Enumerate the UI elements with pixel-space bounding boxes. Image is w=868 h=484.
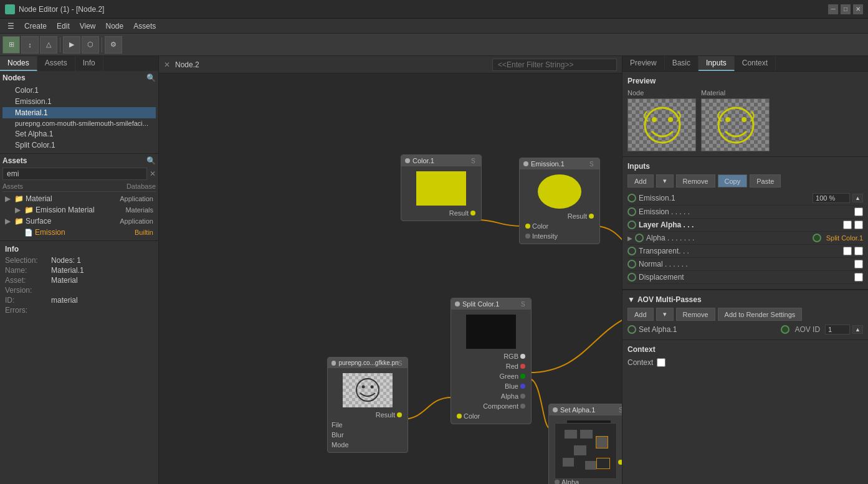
port-result-dot[interactable] xyxy=(470,211,475,216)
node-item-splitcolor1[interactable]: Split Color.1 xyxy=(2,140,156,151)
menu-edit[interactable]: Edit xyxy=(52,21,75,32)
splitcolor1-preview xyxy=(466,315,516,349)
minimap-node-2 xyxy=(580,430,593,439)
canvas-area[interactable]: ✕ Node.2 xyxy=(159,56,622,484)
aov-title: AOV Multi-Passes xyxy=(637,295,702,304)
emission-dots-checkbox[interactable] xyxy=(854,207,863,216)
node-item-setalpha1[interactable]: Set Alpha.1 xyxy=(2,128,156,140)
expand-icon-em: ▶ xyxy=(15,206,22,214)
img-result-dot[interactable] xyxy=(397,412,402,417)
sc-alpha-dot[interactable] xyxy=(520,394,525,399)
maximize-button[interactable]: □ xyxy=(841,4,851,14)
node-setalpha1-close[interactable]: S xyxy=(619,407,622,413)
node-splitcolor1-body: RGB Red Green Blue xyxy=(451,310,531,424)
node-color1[interactable]: Color.1 S Result xyxy=(401,154,482,221)
tab-preview[interactable]: Preview xyxy=(622,56,665,71)
node-item-color1[interactable]: Color.1 xyxy=(2,85,156,96)
emission-node-up[interactable]: ▲ xyxy=(852,194,863,202)
node-item-emission1[interactable]: Emission.1 xyxy=(2,96,156,107)
node-image-close[interactable]: S xyxy=(398,360,404,366)
aov-add-dropdown[interactable]: ▾ xyxy=(656,308,674,321)
port-result-label: Result xyxy=(449,209,469,217)
tab-assets[interactable]: Assets xyxy=(37,56,75,71)
inputs-add-btn[interactable]: Add xyxy=(627,174,654,187)
port-emission1-result-dot[interactable] xyxy=(589,214,594,219)
minimize-button[interactable]: ─ xyxy=(828,4,838,14)
displacement-checkbox[interactable] xyxy=(854,273,863,282)
aov-add-btn[interactable]: Add xyxy=(627,308,654,321)
asset-search-clear[interactable]: ✕ xyxy=(150,169,156,178)
node-emission1-close[interactable]: S xyxy=(589,161,596,167)
sa-alpha-dot[interactable] xyxy=(555,480,560,484)
assets-search-icon[interactable]: 🔍 xyxy=(146,156,156,165)
tool-select[interactable]: ⊞ xyxy=(2,36,20,54)
inputs-title: Inputs xyxy=(627,162,863,171)
tool-pan[interactable]: ↕ xyxy=(21,36,39,54)
port-emission1-color-dot[interactable] xyxy=(525,224,530,229)
menu-create[interactable]: Create xyxy=(19,21,52,32)
img-blur-label: Blur xyxy=(331,431,344,439)
asset-search-input[interactable] xyxy=(2,168,147,180)
node-splitcolor1-close[interactable]: S xyxy=(521,301,527,307)
asset-surface[interactable]: ▶ 📁 Surface Application xyxy=(2,216,156,227)
minimap[interactable] xyxy=(555,423,617,479)
input-row-transparent: Transparent. . . xyxy=(627,245,863,258)
asset-emission[interactable]: 📄 Emission Builtin xyxy=(2,227,156,238)
img-mode: Mode xyxy=(328,440,408,450)
transparent-checkbox2[interactable] xyxy=(854,247,863,255)
aov-row: Set Alpha.1 AOV ID ▲ xyxy=(627,325,863,335)
node-item-material1[interactable]: Material.1 xyxy=(2,107,156,118)
info-value-id: material xyxy=(51,296,78,305)
inputs-copy-btn[interactable]: Copy xyxy=(718,174,748,187)
node-image[interactable]: purepng.co...gfkke.png S Result xyxy=(327,357,408,453)
asset-tag-emission: Builtin xyxy=(135,229,153,236)
canvas-close-x[interactable]: ✕ xyxy=(164,60,170,69)
tab-context[interactable]: Context xyxy=(735,56,776,71)
aov-id-up[interactable]: ▲ xyxy=(852,325,863,334)
layer-alpha-checkbox2[interactable] xyxy=(854,221,863,229)
tab-nodes[interactable]: Nodes xyxy=(0,56,37,71)
tool-render[interactable]: ▶ xyxy=(63,36,80,54)
tab-basic[interactable]: Basic xyxy=(665,56,699,71)
inputs-paste-btn[interactable]: Paste xyxy=(750,174,781,187)
aov-remove-btn[interactable]: Remove xyxy=(676,308,715,321)
layer-alpha-checkbox1[interactable] xyxy=(843,221,852,229)
sc-color-in-dot[interactable] xyxy=(457,414,462,419)
node-item-image[interactable]: purepng.com-mouth-smilemouth-smilefaci..… xyxy=(2,118,156,128)
menu-view[interactable]: View xyxy=(75,21,101,32)
aov-id-value[interactable] xyxy=(825,325,850,335)
node-splitcolor1[interactable]: Split Color.1 S RGB Red Green xyxy=(451,298,532,424)
aov-render-settings-btn[interactable]: Add to Render Settings xyxy=(718,308,803,321)
menu-node[interactable]: Node xyxy=(101,21,129,32)
search-icon[interactable]: 🔍 xyxy=(146,74,156,82)
material-preview-label: Material xyxy=(701,89,770,97)
tab-inputs[interactable]: Inputs xyxy=(699,56,735,71)
normal-checkbox[interactable] xyxy=(854,260,863,268)
tab-info[interactable]: Info xyxy=(75,56,103,71)
sc-rgb-dot[interactable] xyxy=(520,354,525,359)
inputs-add-dropdown[interactable]: ▾ xyxy=(656,174,674,187)
port-emission1-color-label: Color xyxy=(532,222,548,230)
sc-blue-dot[interactable] xyxy=(520,384,525,389)
node-color1-close[interactable]: S xyxy=(471,158,477,164)
sa-result-dot[interactable] xyxy=(618,460,622,465)
filter-input[interactable] xyxy=(492,59,617,71)
sc-component-dot[interactable] xyxy=(520,404,525,409)
sc-green-dot[interactable] xyxy=(520,374,525,379)
close-button[interactable]: ✕ xyxy=(853,4,863,14)
node-canvas[interactable]: Color.1 S Result Emission.1 S xyxy=(159,74,622,484)
emission-node-value[interactable] xyxy=(813,193,850,203)
context-checkbox[interactable] xyxy=(657,358,665,367)
port-emission1-intensity-dot[interactable] xyxy=(525,234,530,239)
tool-settings[interactable]: ⚙ xyxy=(105,36,122,54)
tool-camera[interactable]: ⬡ xyxy=(82,36,99,54)
asset-material[interactable]: ▶ 📁 Material Application xyxy=(2,193,156,204)
tool-move[interactable]: △ xyxy=(40,36,57,54)
sc-red-dot[interactable] xyxy=(520,364,525,369)
inputs-remove-btn[interactable]: Remove xyxy=(676,174,715,187)
asset-emission-material[interactable]: ▶ 📁 Emission Material Materials xyxy=(2,204,156,216)
transparent-checkbox1[interactable] xyxy=(843,247,852,255)
menu-assets[interactable]: Assets xyxy=(128,21,161,32)
menu-hamburger[interactable]: ☰ xyxy=(2,21,19,32)
node-emission1[interactable]: Emission.1 S Result Color Inten xyxy=(519,158,600,244)
